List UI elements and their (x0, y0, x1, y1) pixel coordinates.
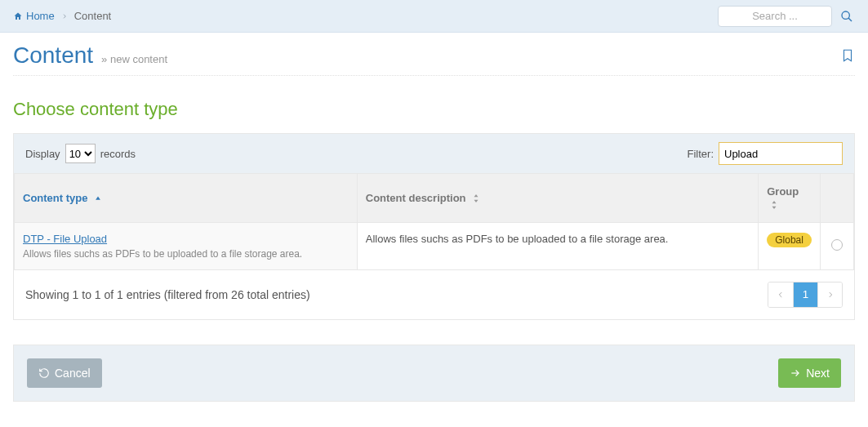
column-select (820, 174, 853, 223)
svg-marker-3 (474, 194, 479, 197)
column-group-label: Group (767, 185, 799, 198)
breadcrumb: Home Content (13, 10, 111, 22)
content-type-table: Content type Content description (14, 173, 854, 270)
next-button-label: Next (806, 367, 830, 380)
table-row[interactable]: DTP - File Upload Allows files suchs as … (15, 222, 854, 269)
search (718, 6, 855, 27)
top-bar: Home Content (0, 0, 868, 33)
search-icon (840, 10, 853, 23)
filter-input[interactable] (719, 142, 843, 165)
svg-line-1 (848, 18, 852, 21)
column-content-description-label: Content description (366, 192, 466, 204)
chevron-left-icon (777, 291, 785, 299)
content-type-panel: Display 10 records Filter: Content type (13, 133, 855, 320)
filter-label: Filter: (688, 148, 714, 160)
page-header: Content » new content (13, 42, 855, 76)
svg-marker-5 (772, 201, 777, 203)
row-select-radio[interactable] (831, 239, 843, 251)
new-content-label: new content (110, 53, 167, 65)
actions-bar: Cancel Next (13, 345, 855, 402)
svg-marker-2 (96, 197, 100, 200)
svg-marker-4 (474, 200, 479, 202)
content-group-cell: Global (759, 222, 821, 269)
display-label: Display (25, 148, 60, 160)
table-summary: Showing 1 to 1 of 1 entries (filtered fr… (25, 288, 310, 301)
column-content-description[interactable]: Content description (357, 174, 758, 223)
svg-point-0 (842, 11, 849, 19)
section-title: Choose content type (13, 99, 855, 120)
raquo-icon: » (101, 53, 107, 65)
search-button[interactable] (839, 8, 855, 24)
pager-next[interactable] (817, 282, 842, 307)
cancel-button-label: Cancel (55, 367, 91, 380)
sort-both-icon (770, 199, 778, 211)
chevron-right-icon (61, 13, 68, 20)
home-icon (13, 11, 23, 21)
breadcrumb-home[interactable]: Home (13, 10, 55, 22)
sort-asc-icon (94, 194, 102, 202)
column-content-type-label: Content type (23, 192, 87, 204)
sort-both-icon (472, 193, 480, 204)
pager-prev[interactable] (768, 282, 793, 307)
pager-page-1[interactable]: 1 (793, 282, 817, 307)
chevron-right-icon (826, 291, 835, 299)
column-group[interactable]: Group (759, 174, 821, 223)
column-content-type[interactable]: Content type (15, 174, 358, 223)
pagination: 1 (768, 282, 843, 308)
search-input[interactable] (718, 6, 832, 27)
next-button[interactable]: Next (778, 358, 841, 388)
content-type-subtitle: Allows files suchs as PDFs to be uploade… (23, 248, 349, 260)
breadcrumb-home-label: Home (26, 10, 55, 22)
new-content-link[interactable]: » new content (101, 53, 167, 65)
page-title: Content (13, 42, 93, 69)
bookmark-icon[interactable] (840, 48, 855, 63)
content-description-cell: Allows files suchs as PDFs to be uploade… (357, 222, 758, 269)
svg-marker-6 (772, 206, 777, 208)
arrow-right-icon (790, 367, 801, 379)
undo-icon (38, 367, 50, 379)
breadcrumb-current: Content (74, 10, 112, 22)
records-label: records (100, 148, 136, 160)
content-type-title[interactable]: DTP - File Upload (23, 233, 107, 245)
group-badge: Global (767, 233, 812, 247)
records-per-page-select[interactable]: 10 (65, 144, 96, 163)
cancel-button[interactable]: Cancel (27, 358, 102, 388)
